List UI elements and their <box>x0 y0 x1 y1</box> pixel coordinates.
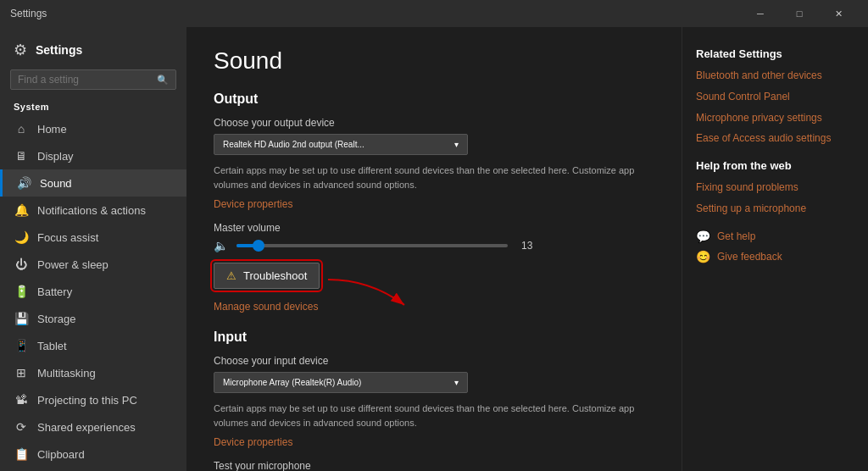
volume-speaker-icon: 🔈 <box>214 239 228 252</box>
storage-icon: 💾 <box>14 312 29 325</box>
sidebar-item-label: Tablet <box>37 340 67 352</box>
sidebar-item-home[interactable]: ⌂ Home <box>0 115 186 142</box>
sidebar-item-label: Battery <box>37 285 72 298</box>
input-section: Input Choose your input device Microphon… <box>214 330 654 471</box>
help-title: Help from the web <box>696 159 854 172</box>
volume-value: 13 <box>521 240 532 252</box>
sidebar-item-label: Home <box>37 123 67 136</box>
volume-label: Master volume <box>214 222 654 234</box>
input-description: Certain apps may be set up to use differ… <box>214 402 654 429</box>
main-content: Sound Output Choose your output device R… <box>186 27 682 471</box>
clipboard-icon: 📋 <box>14 447 29 461</box>
sidebar-item-label: Focus assist <box>37 231 98 244</box>
sidebar-item-power[interactable]: ⏻ Power & sleep <box>0 251 186 278</box>
output-troubleshoot-button[interactable]: ⚠ Troubleshoot <box>214 263 320 289</box>
page-title: Sound <box>214 47 654 75</box>
output-device-label: Choose your output device <box>214 117 654 129</box>
focus-icon: 🌙 <box>14 230 29 244</box>
troubleshoot-label: Troubleshoot <box>243 269 307 282</box>
get-help-icon: 💬 <box>696 230 710 243</box>
sidebar-item-label: Multitasking <box>37 367 96 380</box>
give-feedback-item[interactable]: 😊 Give feedback <box>696 250 854 263</box>
give-feedback-text: Give feedback <box>717 251 782 263</box>
titlebar: Settings ─ □ ✕ <box>0 0 868 27</box>
home-icon: ⌂ <box>14 122 29 136</box>
sidebar-item-display[interactable]: 🖥 Display <box>0 142 186 169</box>
input-device-value: Microphone Array (Realtek(R) Audio) <box>223 378 361 387</box>
projecting-icon: 📽 <box>14 393 29 407</box>
battery-icon: 🔋 <box>14 285 29 298</box>
notifications-icon: 🔔 <box>14 203 29 217</box>
volume-slider[interactable] <box>236 244 508 247</box>
related-link-ease[interactable]: Ease of Access audio settings <box>696 131 854 146</box>
manage-sound-link[interactable]: Manage sound devices <box>214 301 654 313</box>
sidebar-item-sound[interactable]: 🔊 Sound <box>0 169 186 197</box>
sidebar-item-storage[interactable]: 💾 Storage <box>0 305 186 332</box>
related-link-sound-panel[interactable]: Sound Control Panel <box>696 90 854 104</box>
related-link-microphone[interactable]: Microphone privacy settings <box>696 111 854 125</box>
search-icon: 🔍 <box>157 75 169 86</box>
warning-icon: ⚠ <box>226 269 236 282</box>
sound-icon: 🔊 <box>16 176 31 190</box>
display-icon: 🖥 <box>14 149 29 163</box>
multitasking-icon: ⊞ <box>14 366 29 380</box>
power-icon: ⏻ <box>14 258 29 271</box>
volume-section: Master volume 🔈 13 <box>214 222 654 252</box>
mic-test-section: Test your microphone 🎤 <box>214 460 654 471</box>
tablet-icon: 📱 <box>14 339 29 352</box>
shared-icon: ⟳ <box>14 420 29 434</box>
sidebar-item-label: Projecting to this PC <box>37 394 137 407</box>
close-button[interactable]: ✕ <box>819 0 858 27</box>
titlebar-title: Settings <box>10 8 741 19</box>
settings-icon: ⚙ <box>14 41 27 59</box>
volume-slider-thumb[interactable] <box>253 240 264 252</box>
volume-row: 🔈 13 <box>214 239 654 252</box>
input-device-dropdown[interactable]: Microphone Array (Realtek(R) Audio) ▾ <box>214 372 468 393</box>
sidebar-item-focus[interactable]: 🌙 Focus assist <box>0 224 186 251</box>
help-link-fixing[interactable]: Fixing sound problems <box>696 180 854 195</box>
output-device-properties-link[interactable]: Device properties <box>214 198 654 210</box>
output-device-dropdown[interactable]: Realtek HD Audio 2nd output (Realt... ▾ <box>214 134 468 155</box>
related-link-bluetooth[interactable]: Bluetooth and other devices <box>696 69 854 83</box>
sidebar-section-label: System <box>0 97 186 115</box>
sidebar-item-shared[interactable]: ⟳ Shared experiences <box>0 413 186 441</box>
search-box[interactable]: 🔍 <box>10 69 176 90</box>
output-section: Output Choose your output device Realtek… <box>214 91 654 313</box>
sidebar-item-projecting[interactable]: 📽 Projecting to this PC <box>0 386 186 413</box>
output-section-title: Output <box>214 91 654 107</box>
help-link-microphone[interactable]: Setting up a microphone <box>696 202 854 216</box>
sidebar-item-label: Sound <box>40 177 72 190</box>
sidebar-header: ⚙ Settings <box>0 27 186 66</box>
titlebar-controls: ─ □ ✕ <box>741 0 858 27</box>
sidebar-header-title: Settings <box>36 43 82 57</box>
sidebar-item-label: Storage <box>37 313 76 325</box>
mic-test-label: Test your microphone <box>214 460 654 471</box>
give-feedback-icon: 😊 <box>696 250 710 263</box>
maximize-button[interactable]: □ <box>780 0 819 27</box>
dropdown-chevron-icon: ▾ <box>454 140 459 149</box>
search-input[interactable] <box>18 74 157 86</box>
get-help-item[interactable]: 💬 Get help <box>696 230 854 243</box>
sidebar-item-label: Shared experiences <box>37 421 136 434</box>
sidebar-item-notifications[interactable]: 🔔 Notifications & actions <box>0 197 186 224</box>
sidebar-item-label: Power & sleep <box>37 258 108 271</box>
annotation-arrow <box>320 271 421 322</box>
get-help-text: Get help <box>717 230 755 242</box>
input-device-label: Choose your input device <box>214 355 654 367</box>
sidebar-item-tablet[interactable]: 📱 Tablet <box>0 332 186 359</box>
dropdown-chevron-icon2: ▾ <box>454 378 459 387</box>
sidebar-item-label: Display <box>37 150 74 163</box>
minimize-button[interactable]: ─ <box>741 0 780 27</box>
related-settings-title: Related Settings <box>696 47 854 60</box>
sidebar-item-multitasking[interactable]: ⊞ Multitasking <box>0 359 186 386</box>
sidebar-item-label: Notifications & actions <box>37 204 146 217</box>
troubleshoot-output-container: ⚠ Troubleshoot <box>214 263 320 289</box>
input-device-properties-link[interactable]: Device properties <box>214 436 654 448</box>
right-panel: Related Settings Bluetooth and other dev… <box>682 27 868 471</box>
output-device-value: Realtek HD Audio 2nd output (Realt... <box>223 140 364 149</box>
app-body: ⚙ Settings 🔍 System ⌂ Home 🖥 Display 🔊 S… <box>0 27 868 471</box>
sidebar-item-remote[interactable]: 🖥 Remote Desktop <box>0 468 186 471</box>
sidebar: ⚙ Settings 🔍 System ⌂ Home 🖥 Display 🔊 S… <box>0 27 186 471</box>
sidebar-item-clipboard[interactable]: 📋 Clipboard <box>0 441 186 468</box>
sidebar-item-battery[interactable]: 🔋 Battery <box>0 278 186 305</box>
